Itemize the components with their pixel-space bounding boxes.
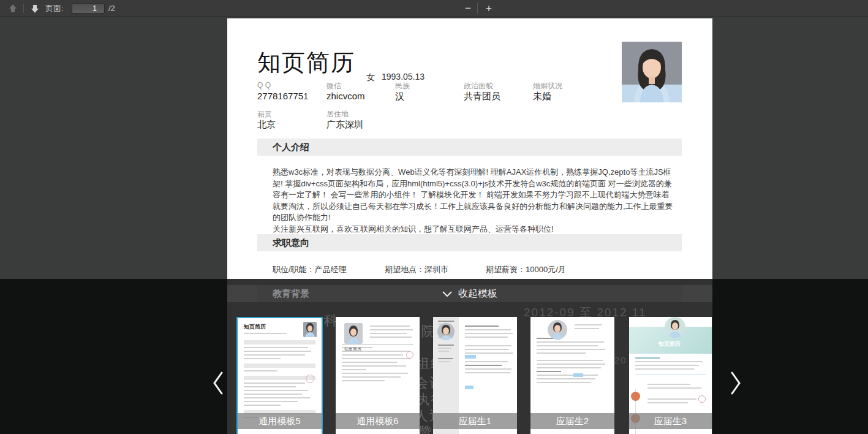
field-value: 2778167751	[257, 91, 308, 101]
zoom-in-button[interactable]: +	[480, 0, 497, 17]
field-label: 籍贯	[257, 109, 272, 120]
next-templates-button[interactable]	[729, 371, 742, 398]
next-page-button[interactable]	[27, 0, 43, 17]
mini-highlight	[465, 386, 474, 389]
mini-seal-icon	[698, 395, 706, 403]
arrow-down-icon	[30, 4, 40, 13]
template-name: 通用模板6	[336, 413, 420, 429]
field-value: 汉	[395, 91, 404, 102]
previous-page-button[interactable]	[5, 0, 21, 17]
arrow-up-icon	[8, 4, 18, 13]
field-label: 婚姻状况	[533, 81, 562, 91]
previous-templates-button[interactable]	[211, 371, 225, 398]
top-toolbar: 页面: /2 − +	[0, 0, 868, 17]
page-total: /2	[108, 0, 115, 17]
intro-paragraph: 熟悉w3c标准，对表现与数据分离、Web语义化等有深刻理解! 理解AJAX运作机…	[273, 167, 676, 235]
field-label: 居住地	[326, 109, 349, 120]
mini-resume-title: 知页简历	[244, 323, 266, 331]
field-label: Q Q	[257, 81, 271, 89]
resume-gender: 女	[366, 72, 375, 83]
resume-name: 知页简历	[257, 47, 355, 78]
section-header-intro: 个人介绍	[257, 139, 682, 156]
mini-photo	[303, 322, 317, 337]
section-header-job-intent: 求职意向	[257, 234, 682, 251]
section-title: 个人介绍	[273, 139, 682, 156]
template-name: 应届生2	[530, 413, 614, 429]
mini-resume-title: 知页简历	[659, 340, 681, 348]
collapse-templates-label: 收起模板	[458, 287, 497, 300]
chevron-left-icon	[211, 371, 225, 395]
chevron-down-icon	[442, 291, 452, 297]
mini-resume-title: 知页简历	[344, 346, 361, 352]
chevron-right-icon	[729, 371, 742, 395]
job-position: 职位/职能：产品经理	[273, 264, 347, 275]
field-label: 政治面貌	[464, 81, 493, 91]
background-text-fragment: 赞	[418, 423, 433, 434]
template-card-4[interactable]: 应届生2	[530, 317, 614, 434]
job-salary: 期望薪资：10000元/月	[486, 264, 566, 275]
mini-timeline-dot	[631, 392, 640, 401]
mini-highlight	[465, 355, 476, 359]
background-text-fragment: 20	[614, 355, 627, 365]
field-value: 共青团员	[464, 91, 500, 102]
section-title: 求职意向	[273, 234, 682, 251]
field-value: 未婚	[533, 91, 551, 102]
mini-photo	[344, 323, 363, 344]
job-location: 期望地点：深圳市	[385, 264, 448, 275]
template-name: 通用模板5	[238, 413, 322, 429]
mini-photo	[665, 317, 685, 338]
template-card-1[interactable]: 知页简历 通用模板5	[236, 317, 323, 434]
mini-highlight	[573, 373, 583, 377]
mini-seal-icon	[306, 375, 314, 383]
field-value: 北京	[257, 119, 276, 131]
field-label: 民族	[395, 81, 410, 91]
template-card-5[interactable]: 知页简历 应届生3	[629, 317, 712, 434]
resume-birthday: 1993.05.13	[382, 72, 425, 82]
template-name: 应届生1	[433, 413, 517, 429]
collapse-templates-bar[interactable]: 教育背景 收起模板	[227, 285, 712, 302]
zoom-divider	[477, 3, 478, 13]
toolbar-divider	[23, 4, 24, 13]
profile-photo	[622, 42, 682, 102]
template-card-2[interactable]: 知页简历 通用模板6	[336, 317, 420, 434]
template-card-3[interactable]: 应届生1	[433, 317, 517, 434]
zoom-out-button[interactable]: −	[459, 0, 477, 17]
page-label: 页面:	[45, 0, 64, 17]
mini-photo	[548, 320, 567, 340]
field-label: 微信	[326, 81, 341, 91]
page-number-input[interactable]	[72, 3, 105, 13]
template-name: 应届生3	[629, 413, 712, 429]
field-value: zhicvcom	[326, 91, 365, 101]
mini-seal-icon	[406, 351, 413, 359]
field-value: 广东深圳	[326, 119, 363, 131]
